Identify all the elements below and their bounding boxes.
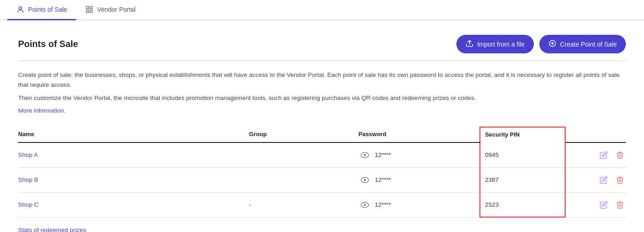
tab-vendor-portal[interactable]: Vendor Portal (76, 0, 145, 20)
delete-button[interactable] (614, 174, 626, 186)
table-row: Shop C - 12**** 2523 (18, 192, 626, 217)
shop-link[interactable]: Shop A (18, 152, 38, 158)
cell-security-pin: 2523 (480, 192, 565, 217)
eye-icon[interactable] (358, 151, 371, 160)
page-header: Points of Sale Import from a file (18, 35, 626, 53)
edit-button[interactable] (598, 199, 610, 211)
create-button-label: Create Point of Sale (560, 41, 617, 48)
cell-password: 12**** (358, 142, 480, 168)
page-title: Points of Sale (18, 39, 78, 49)
svg-rect-1 (87, 6, 89, 9)
cell-name: Shop B (18, 167, 249, 192)
tab-points-of-sale[interactable]: Points of Sale (7, 0, 76, 20)
col-header-security-pin: Security PIN (480, 127, 565, 142)
cell-group (249, 142, 358, 168)
eye-icon[interactable] (358, 200, 371, 209)
edit-button[interactable] (598, 149, 610, 161)
svg-point-10 (363, 154, 366, 156)
svg-point-14 (363, 204, 366, 206)
cell-group: - (249, 192, 358, 217)
edit-button[interactable] (598, 174, 610, 186)
tab-pos-label: Points of Sale (28, 6, 67, 13)
description-2: Then customize the Vendor Portal, the mi… (18, 93, 626, 103)
table-row: Shop B 12**** 2387 (18, 167, 626, 192)
pos-table: Name Group Password Security PIN Shop A (18, 127, 626, 218)
shop-link[interactable]: Shop C (18, 201, 39, 208)
upload-icon (465, 39, 474, 49)
delete-button[interactable] (614, 199, 626, 211)
cell-security-pin: 0945 (480, 142, 565, 168)
header-actions: Import from a file Create Point of Sale (456, 35, 626, 53)
cell-actions (565, 167, 626, 192)
section-divider (18, 61, 626, 61)
cell-password: 12**** (358, 167, 480, 192)
svg-rect-4 (90, 10, 92, 13)
shop-link[interactable]: Shop B (18, 176, 38, 183)
cell-security-pin: 2387 (480, 167, 565, 192)
import-button-label: Import from a file (477, 41, 525, 48)
cell-name: Shop C (18, 192, 249, 217)
stats-link[interactable]: Stats of redeemed prizes (18, 227, 86, 232)
col-header-actions (565, 127, 626, 142)
cell-actions (565, 192, 626, 217)
more-info-link[interactable]: More information. (18, 107, 66, 114)
cell-password: 12**** (358, 192, 480, 217)
grid-icon (85, 5, 93, 14)
create-button[interactable]: Create Point of Sale (539, 35, 626, 53)
table-row: Shop A 12**** 0945 (18, 142, 626, 168)
tab-bar: Points of Sale Vendor Portal (0, 0, 644, 20)
svg-rect-3 (87, 10, 89, 13)
tab-vendor-label: Vendor Portal (97, 6, 136, 13)
eye-icon[interactable] (358, 175, 371, 185)
delete-button[interactable] (614, 149, 626, 161)
cell-actions (565, 142, 626, 168)
col-header-password: Password (358, 127, 480, 142)
password-value: 12**** (375, 201, 391, 208)
person-icon (16, 5, 24, 14)
password-value: 12**** (375, 152, 391, 158)
svg-point-12 (363, 179, 366, 181)
col-header-group: Group (249, 127, 358, 142)
import-button[interactable]: Import from a file (456, 35, 534, 53)
main-content: Points of Sale Import from a file (0, 20, 644, 232)
cell-group (249, 167, 358, 192)
col-header-name: Name (18, 127, 249, 142)
cell-name: Shop A (18, 142, 249, 168)
svg-point-0 (19, 7, 22, 9)
description-1: Create point of sale: the businesses, sh… (18, 70, 626, 90)
svg-rect-2 (90, 6, 92, 9)
plus-circle-icon (548, 39, 557, 49)
password-value: 12**** (375, 176, 391, 183)
